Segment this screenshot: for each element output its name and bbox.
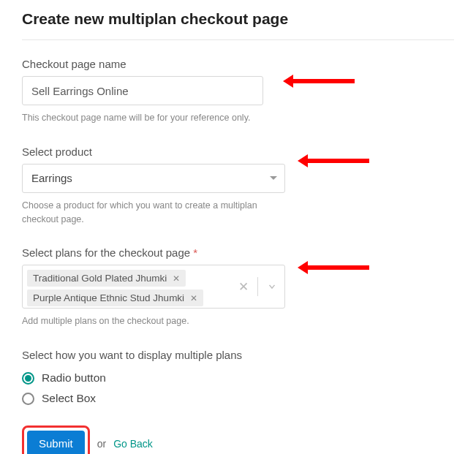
radio-option-select-box[interactable]: Select Box <box>22 392 454 405</box>
go-back-link[interactable]: Go Back <box>113 438 153 450</box>
separator <box>257 277 258 296</box>
clear-all-icon[interactable]: ✕ <box>238 281 249 293</box>
select-product-value: Earrings <box>31 172 270 184</box>
radio-icon <box>22 372 34 385</box>
checkout-name-help: This checkout page name will be for your… <box>22 111 285 125</box>
multiselect-controls: ✕ <box>231 265 284 308</box>
radio-option-label: Select Box <box>42 392 96 405</box>
select-plans-label-text: Select plans for the checkout page <box>22 246 190 259</box>
checkout-name-label: Checkout page name <box>22 58 454 70</box>
radio-option-label: Radio button <box>42 371 106 385</box>
form-actions: Submit or Go Back <box>22 425 454 454</box>
select-plans-help: Add multiple plans on the checkout page. <box>22 314 285 328</box>
radio-option-radio-button[interactable]: Radio button <box>22 371 454 385</box>
chevron-down-icon[interactable] <box>267 281 277 292</box>
display-style-label: Select how you want to display multiple … <box>22 349 454 361</box>
page-title: Create new multiplan checkout page <box>22 10 454 40</box>
plan-tag: Purple Antique Ethnic Stud Jhumki ✕ <box>27 290 203 306</box>
plan-tag-label: Traditional Gold Plated Jhumki <box>33 273 167 284</box>
annotation-arrow-icon <box>307 265 369 270</box>
or-text: or <box>97 438 106 450</box>
remove-tag-icon[interactable]: ✕ <box>173 273 180 284</box>
plan-tag-label: Purple Antique Ethnic Stud Jhumki <box>33 292 184 303</box>
annotation-arrow-icon <box>292 79 355 83</box>
select-product-dropdown[interactable]: Earrings <box>22 164 285 193</box>
annotation-arrow-icon <box>307 159 369 163</box>
select-product-label: Select product <box>22 145 454 158</box>
display-style-group: Select how you want to display multiple … <box>22 349 454 405</box>
required-asterisk: * <box>193 246 197 259</box>
select-plans-label: Select plans for the checkout page * <box>22 246 454 259</box>
select-product-group: Select product Earrings Choose a product… <box>22 145 454 227</box>
chevron-down-icon <box>270 176 277 180</box>
checkout-name-group: Checkout page name This checkout page na… <box>22 58 454 125</box>
submit-highlight-annotation: Submit <box>22 425 90 454</box>
select-plans-group: Select plans for the checkout page * Tra… <box>22 246 454 328</box>
select-plans-multiselect[interactable]: Traditional Gold Plated Jhumki ✕ Purple … <box>22 265 285 309</box>
select-product-help: Choose a product for which you want to c… <box>22 199 285 227</box>
submit-button[interactable]: Submit <box>27 431 85 454</box>
selected-plans-container: Traditional Gold Plated Jhumki ✕ Purple … <box>23 265 231 308</box>
checkout-name-input[interactable] <box>22 76 263 105</box>
remove-tag-icon[interactable]: ✕ <box>190 293 197 303</box>
plan-tag: Traditional Gold Plated Jhumki ✕ <box>27 270 186 287</box>
radio-icon <box>22 393 34 405</box>
